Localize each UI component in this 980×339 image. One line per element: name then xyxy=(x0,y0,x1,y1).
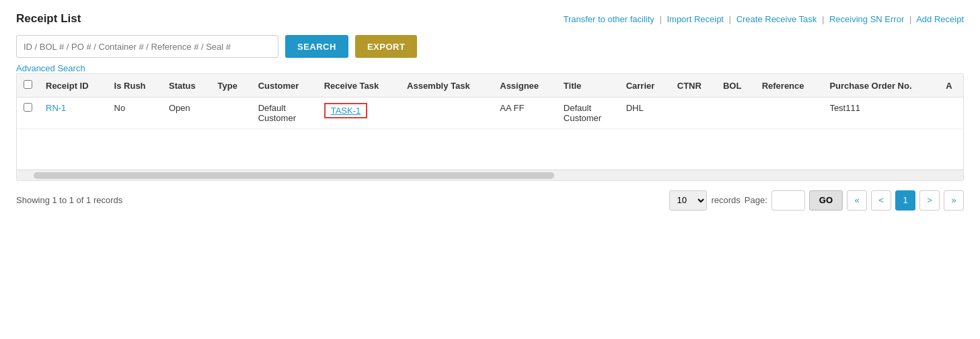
col-bol: BOL xyxy=(716,74,755,98)
pagination-controls: 10 25 50 100 records Page: GO « < 1 > » xyxy=(669,190,964,211)
page-title: Receipt List xyxy=(16,12,81,26)
table-header-row: Receipt ID Is Rush Status Type Customer … xyxy=(17,74,963,98)
records-label: records xyxy=(711,195,740,205)
cell-a xyxy=(939,98,963,129)
row-checkbox-cell xyxy=(17,98,39,129)
col-receipt-id: Receipt ID xyxy=(39,74,108,98)
showing-text: Showing 1 to 1 of 1 records xyxy=(16,195,122,205)
table-row: RN-1 No Open DefaultCustomer TASK-1 AA F… xyxy=(17,98,963,129)
col-assignee: Assignee xyxy=(493,74,557,98)
row-checkbox[interactable] xyxy=(24,103,32,112)
horizontal-scrollbar[interactable] xyxy=(17,170,963,180)
col-carrier: Carrier xyxy=(619,74,671,98)
cell-assignee: AA FF xyxy=(493,98,557,129)
page-header: Receipt List Transfer to other facility … xyxy=(16,12,964,26)
cell-title: DefaultCustomer xyxy=(557,98,619,129)
page-footer: Showing 1 to 1 of 1 records 10 25 50 100… xyxy=(16,190,964,211)
cell-receive-task: TASK-1 xyxy=(317,98,400,129)
transfer-link[interactable]: Transfer to other facility xyxy=(563,14,654,24)
cell-carrier: DHL xyxy=(619,98,671,129)
create-receive-link[interactable]: Create Receive Task xyxy=(737,14,817,24)
cell-reference xyxy=(755,98,823,129)
go-button[interactable]: GO xyxy=(809,190,843,211)
scrollbar-thumb xyxy=(34,172,554,179)
cell-ctnr xyxy=(671,98,716,129)
import-link[interactable]: Import Receipt xyxy=(667,14,724,24)
cell-po-no: Test111 xyxy=(823,98,939,129)
search-bar: SEARCH EXPORT xyxy=(16,35,964,58)
receipt-table-wrapper: Receipt ID Is Rush Status Type Customer … xyxy=(16,73,964,181)
advanced-search-link[interactable]: Advanced Search xyxy=(16,63,85,73)
cell-customer: DefaultCustomer xyxy=(252,98,317,129)
next-page-button[interactable]: > xyxy=(919,190,940,211)
last-page-button[interactable]: » xyxy=(944,190,964,211)
sep3: | xyxy=(822,14,824,24)
page-1-button[interactable]: 1 xyxy=(895,190,915,211)
page-container: Receipt List Transfer to other facility … xyxy=(0,0,980,223)
receipt-table: Receipt ID Is Rush Status Type Customer … xyxy=(17,74,963,170)
prev-page-button[interactable]: < xyxy=(871,190,891,211)
sep4: | xyxy=(909,14,911,24)
col-is-rush: Is Rush xyxy=(108,74,162,98)
first-page-button[interactable]: « xyxy=(847,190,867,211)
col-receive-task: Receive Task xyxy=(317,74,400,98)
header-links: Transfer to other facility | Import Rece… xyxy=(563,14,964,24)
col-reference: Reference xyxy=(755,74,823,98)
empty-row xyxy=(17,129,963,170)
page-input[interactable] xyxy=(771,190,805,211)
cell-status: Open xyxy=(162,98,211,129)
add-receipt-link[interactable]: Add Receipt xyxy=(916,14,964,24)
page-label: Page: xyxy=(745,195,767,205)
col-ctnr: CTNR xyxy=(671,74,716,98)
cell-type xyxy=(211,98,252,129)
cell-receipt-id: RN-1 xyxy=(39,98,108,129)
col-title: Title xyxy=(557,74,619,98)
col-customer: Customer xyxy=(252,74,317,98)
receive-task-link[interactable]: TASK-1 xyxy=(324,103,368,118)
search-button[interactable]: SEARCH xyxy=(285,35,348,58)
col-type: Type xyxy=(211,74,252,98)
cell-is-rush: No xyxy=(108,98,162,129)
export-button[interactable]: EXPORT xyxy=(355,35,417,58)
search-input[interactable] xyxy=(16,35,278,58)
select-all-header xyxy=(17,74,39,98)
cell-assembly-task xyxy=(400,98,493,129)
sn-error-link[interactable]: Receiving SN Error xyxy=(829,14,904,24)
per-page-select[interactable]: 10 25 50 100 xyxy=(669,190,707,211)
sep1: | xyxy=(659,14,661,24)
receipt-id-link[interactable]: RN-1 xyxy=(46,103,66,113)
select-all-checkbox[interactable] xyxy=(24,80,32,89)
sep2: | xyxy=(729,14,731,24)
col-a: A xyxy=(939,74,963,98)
col-assembly-task: Assembly Task xyxy=(400,74,493,98)
cell-bol xyxy=(716,98,755,129)
col-po-no: Purchase Order No. xyxy=(823,74,939,98)
col-status: Status xyxy=(162,74,211,98)
